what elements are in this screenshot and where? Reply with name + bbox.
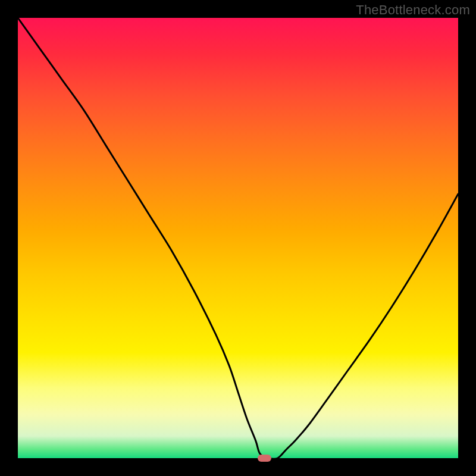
optimal-point-marker bbox=[258, 455, 272, 462]
chart-curve-svg bbox=[18, 18, 458, 458]
watermark-text: TheBottleneck.com bbox=[356, 2, 470, 18]
chart-plot-area bbox=[18, 18, 458, 458]
bottleneck-curve bbox=[18, 18, 458, 458]
